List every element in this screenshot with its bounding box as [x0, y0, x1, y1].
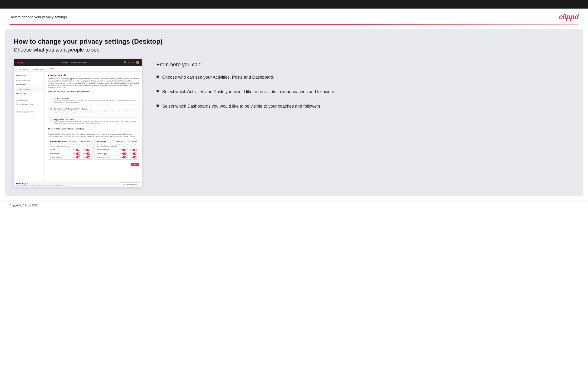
mockup-body: My Account› Data Integrations› Subscript…	[14, 72, 142, 181]
wtwo-coaches-toggle[interactable]	[122, 156, 127, 158]
save-button[interactable]: Save	[130, 163, 139, 166]
player-coaches-toggle[interactable]	[122, 149, 127, 151]
radio-only-you[interactable]: Only You and Your Coach Only you and the…	[48, 117, 139, 126]
mockup-navbar: clippd Home My Performance 🔍 ⊞ ⚙	[14, 59, 142, 66]
two-col-layout: clippd Home My Performance 🔍 ⊞ ⚙ My Prof…	[14, 59, 574, 187]
dashboards-header: Dashboards COACHES FOLLOWERS	[95, 140, 139, 143]
settings-icon[interactable]: ⚙	[132, 61, 134, 64]
radio-only-you-label: Only You and Your Coach	[53, 119, 137, 120]
sidebar-privacy-controls[interactable]: Privacy Controls›	[14, 87, 44, 92]
radio-everyone-input[interactable]	[50, 98, 52, 100]
toggle-round-insights: Round Insights ON ON	[95, 152, 139, 156]
insights-followers-toggle[interactable]	[132, 152, 137, 155]
bullet-square-3	[156, 105, 159, 107]
toggle-player-dashboard: Player Dashboard ON ON	[95, 148, 139, 152]
sidebar-data-integrations[interactable]: Data Integrations›	[14, 78, 44, 83]
grid-icon[interactable]: ⊞	[129, 61, 130, 64]
activities-header: Activities and Posts COACHES FOLLOWERS	[48, 140, 92, 143]
sidebar-privacy-policy[interactable]: Service & Privacy Policy ↗	[14, 102, 44, 106]
activities-label: Activities and Posts	[50, 141, 66, 142]
dash-followers-col-label: FOLLOWERS	[128, 141, 137, 142]
radio-only-you-input[interactable]	[50, 119, 52, 121]
screenshot-wrap: clippd Home My Performance 🔍 ⊞ ⚙ My Prof…	[14, 59, 142, 187]
toggle-what-to-work-on: What To Work On ON ON	[95, 156, 139, 159]
player-followers-toggle[interactable]	[132, 149, 137, 151]
insights-coaches-toggle[interactable]	[122, 152, 127, 155]
dashboards-desc: Select the types of activity that you'd …	[95, 143, 139, 148]
rounds-coaches-toggle[interactable]	[76, 149, 80, 151]
bullet-text-1: Choose who can see your Activities, Post…	[162, 74, 274, 80]
dashboards-section: Dashboards COACHES FOLLOWERS Select the …	[95, 140, 139, 160]
mockup-privacy-desc: Control how you and your data appears to…	[48, 78, 139, 88]
mockup-toggles-row: Activities and Posts COACHES FOLLOWERS S…	[48, 140, 139, 160]
bullet-square-2	[156, 90, 159, 92]
mockup-main-panel: Privacy Controls Control how you and you…	[45, 72, 142, 181]
sidebar-help-support[interactable]: Help & Support ↗	[14, 98, 44, 102]
subnav-my-profile[interactable]: My Profile	[17, 68, 31, 71]
bullet-square-1	[156, 75, 159, 78]
info-col: From here you can: Choose who can see yo…	[152, 59, 574, 118]
mockup-subnav: My Profile Connections Settings	[14, 66, 142, 72]
radio-followers-coach-label: Only Approved Followers and Your Coach	[53, 108, 137, 110]
bullet-text-3: Select which Dashboards you would like t…	[162, 103, 321, 109]
mockup-logo: clippd	[17, 61, 24, 64]
sidebar-version: Clippd Client Version: 2022.8.2SQL Serve…	[14, 108, 44, 115]
footer: Copyright Clippd 2022	[0, 200, 588, 210]
bullet-item-3: Select which Dashboards you would like t…	[156, 103, 574, 109]
radio-followers-coach-input[interactable]	[50, 108, 52, 110]
bullet-text-2: Select which Activities and Posts you wo…	[162, 89, 335, 95]
sidebar-my-golf-bag[interactable]: My Golf Bag›	[14, 92, 44, 96]
header-title: How to change your privacy settings	[9, 15, 67, 19]
mockup-nav-home[interactable]: Home	[62, 61, 68, 64]
manual-followers-toggle[interactable]	[86, 156, 90, 158]
header: How to change your privacy settings clip…	[0, 8, 588, 24]
page-heading: How to change your privacy settings (Des…	[14, 38, 574, 45]
radio-followers-coach-desc: Only approved followers and coaches you …	[53, 110, 137, 114]
help-title: Help & Support	[16, 183, 66, 184]
toggle-manual-activities: Manual Activities ON ON	[48, 156, 92, 159]
mockup-nav-links: Home My Performance	[62, 61, 86, 64]
radio-followers-coach[interactable]: Only Approved Followers and Your Coach O…	[48, 107, 139, 116]
rounds-followers-toggle[interactable]	[86, 149, 90, 151]
top-bar	[0, 0, 588, 8]
practice-coaches-toggle[interactable]	[76, 152, 80, 155]
page-subheading: Choose what you want people to see	[14, 47, 574, 53]
dashboards-col-headers: COACHES FOLLOWERS	[116, 141, 137, 142]
activities-desc: Select the types of activity that you'd …	[48, 143, 92, 148]
radio-only-you-desc: Only you and the coaches you connect wit…	[53, 121, 137, 125]
mockup-visibility-title: Who Can See Your Activities and Dashboar…	[48, 91, 139, 94]
activities-section: Activities and Posts COACHES FOLLOWERS S…	[48, 140, 93, 160]
radio-everyone-desc: Everyone on Clippd can search for you an…	[53, 100, 137, 103]
from-here-heading: From here you can:	[156, 61, 574, 68]
avatar[interactable]	[136, 61, 139, 64]
wtwo-followers-toggle[interactable]	[132, 156, 137, 158]
bullet-list: Choose who can see your Activities, Post…	[156, 74, 574, 109]
dashboards-label: Dashboards	[96, 141, 106, 142]
sidebar-my-account[interactable]: My Account›	[14, 73, 44, 78]
toggle-rounds: Rounds ON ON	[48, 148, 92, 152]
mockup-nav-icons: 🔍 ⊞ ⚙	[124, 61, 139, 64]
sidebar-divider	[14, 97, 44, 97]
mockup-nav-performance[interactable]: My Performance	[71, 61, 86, 64]
mockup-radio-group: Everyone on Clippd Everyone on Clippd ca…	[48, 96, 139, 126]
screenshot-col: clippd Home My Performance 🔍 ⊞ ⚙ My Prof…	[14, 59, 142, 187]
sidebar-subscription[interactable]: Subscription›	[14, 83, 44, 87]
activities-col-headers: COACHES FOLLOWERS	[69, 141, 90, 142]
subnav-connections[interactable]: Connections	[31, 68, 46, 71]
help-text-group: Help & Support Visit the Clippd communit…	[16, 183, 66, 186]
toggle-practice-drills: Practice Drills ON ON	[48, 152, 92, 156]
radio-everyone[interactable]: Everyone on Clippd Everyone on Clippd ca…	[48, 96, 139, 105]
visit-community-button[interactable]: Visit Our Community ↗	[120, 183, 140, 186]
mockup-show-hide-title: Show or hide specific features in Clippd	[48, 128, 139, 131]
manual-coaches-toggle[interactable]	[76, 156, 80, 158]
radio-everyone-label: Everyone on Clippd	[53, 97, 137, 99]
main-content: How to change your privacy settings (Des…	[5, 29, 583, 196]
header-divider	[9, 24, 579, 25]
coaches-col-label: COACHES	[69, 141, 77, 142]
followers-col-label: FOLLOWERS	[81, 141, 90, 142]
save-row: Save	[48, 162, 139, 167]
subnav-settings[interactable]: Settings	[46, 68, 58, 71]
search-icon[interactable]: 🔍	[124, 61, 127, 64]
practice-followers-toggle[interactable]	[86, 152, 90, 155]
bullet-item-1: Choose who can see your Activities, Post…	[156, 74, 574, 80]
